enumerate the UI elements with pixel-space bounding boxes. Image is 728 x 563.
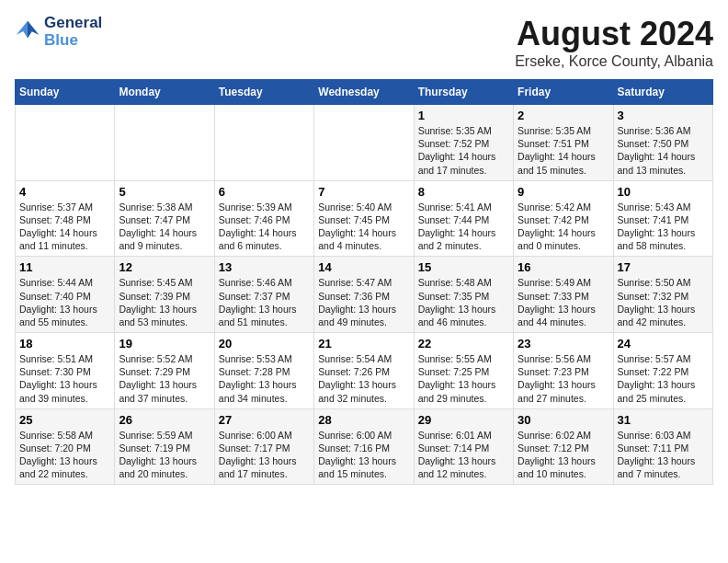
svg-marker-1 — [28, 21, 39, 39]
calendar-table: SundayMondayTuesdayWednesdayThursdayFrid… — [15, 79, 713, 485]
cell-sun-info: Sunrise: 5:45 AM Sunset: 7:39 PM Dayligh… — [119, 276, 210, 328]
cell-sun-info: Sunrise: 6:00 AM Sunset: 7:17 PM Dayligh… — [219, 429, 310, 481]
cell-sun-info: Sunrise: 5:55 AM Sunset: 7:25 PM Dayligh… — [418, 352, 509, 405]
day-number: 13 — [219, 260, 310, 274]
cell-sun-info: Sunrise: 5:58 AM Sunset: 7:20 PM Dayligh… — [19, 429, 110, 481]
logo: General Blue — [15, 15, 102, 49]
cell-sun-info: Sunrise: 5:49 AM Sunset: 7:33 PM Dayligh… — [518, 276, 609, 328]
cell-sun-info: Sunrise: 5:53 AM Sunset: 7:28 PM Dayligh… — [219, 352, 310, 405]
cell-sun-info: Sunrise: 5:50 AM Sunset: 7:32 PM Dayligh… — [618, 276, 709, 328]
day-number: 11 — [19, 260, 110, 274]
header-thursday: Thursday — [414, 80, 513, 105]
day-number: 18 — [19, 337, 110, 350]
page-header: General Blue August 2024 Erseke, Korce C… — [15, 15, 713, 70]
calendar-cell: 8Sunrise: 5:41 AM Sunset: 7:44 PM Daylig… — [414, 180, 513, 257]
calendar-cell: 3Sunrise: 5:36 AM Sunset: 7:50 PM Daylig… — [613, 105, 712, 181]
day-number: 31 — [618, 413, 709, 427]
day-number: 30 — [518, 413, 609, 427]
day-number: 12 — [119, 260, 210, 274]
header-tuesday: Tuesday — [214, 80, 313, 105]
header-sunday: Sunday — [16, 80, 115, 105]
day-number: 3 — [618, 109, 709, 122]
day-number: 20 — [219, 337, 310, 350]
cell-sun-info: Sunrise: 5:48 AM Sunset: 7:35 PM Dayligh… — [418, 276, 509, 328]
day-number: 23 — [518, 337, 609, 350]
day-number: 14 — [318, 260, 409, 274]
logo-line2: Blue — [44, 32, 102, 50]
day-number: 1 — [418, 109, 509, 122]
cell-sun-info: Sunrise: 5:51 AM Sunset: 7:30 PM Dayligh… — [19, 352, 110, 405]
calendar-cell: 22Sunrise: 5:55 AM Sunset: 7:25 PM Dayli… — [414, 333, 513, 409]
calendar-cell: 4Sunrise: 5:37 AM Sunset: 7:48 PM Daylig… — [16, 180, 115, 257]
header-wednesday: Wednesday — [314, 80, 414, 105]
day-number: 27 — [219, 413, 310, 427]
calendar-cell: 23Sunrise: 5:56 AM Sunset: 7:23 PM Dayli… — [514, 333, 613, 409]
header-monday: Monday — [115, 80, 214, 105]
logo-line1: General — [44, 15, 102, 32]
cell-sun-info: Sunrise: 5:41 AM Sunset: 7:44 PM Dayligh… — [418, 201, 509, 253]
day-number: 9 — [518, 185, 609, 199]
cell-sun-info: Sunrise: 5:57 AM Sunset: 7:22 PM Dayligh… — [618, 352, 709, 405]
calendar-cell: 25Sunrise: 5:58 AM Sunset: 7:20 PM Dayli… — [16, 408, 115, 485]
calendar-cell: 27Sunrise: 6:00 AM Sunset: 7:17 PM Dayli… — [214, 408, 313, 485]
day-number: 17 — [618, 260, 709, 274]
cell-sun-info: Sunrise: 5:54 AM Sunset: 7:26 PM Dayligh… — [318, 352, 409, 405]
day-number: 19 — [119, 337, 210, 350]
calendar-title-block: August 2024 Erseke, Korce County, Albani… — [515, 15, 713, 70]
cell-sun-info: Sunrise: 5:39 AM Sunset: 7:46 PM Dayligh… — [219, 201, 310, 253]
calendar-cell: 21Sunrise: 5:54 AM Sunset: 7:26 PM Dayli… — [314, 333, 414, 409]
cell-sun-info: Sunrise: 5:36 AM Sunset: 7:50 PM Dayligh… — [618, 124, 709, 177]
day-number: 24 — [618, 337, 709, 350]
calendar-cell: 13Sunrise: 5:46 AM Sunset: 7:37 PM Dayli… — [214, 257, 313, 333]
calendar-cell: 12Sunrise: 5:45 AM Sunset: 7:39 PM Dayli… — [115, 257, 214, 333]
calendar-cell: 29Sunrise: 6:01 AM Sunset: 7:14 PM Dayli… — [414, 408, 513, 485]
day-number: 7 — [318, 185, 409, 199]
calendar-cell: 15Sunrise: 5:48 AM Sunset: 7:35 PM Dayli… — [414, 257, 513, 333]
calendar-cell: 26Sunrise: 5:59 AM Sunset: 7:19 PM Dayli… — [115, 408, 214, 485]
calendar-cell: 18Sunrise: 5:51 AM Sunset: 7:30 PM Dayli… — [16, 333, 115, 409]
calendar-header-row: SundayMondayTuesdayWednesdayThursdayFrid… — [16, 80, 713, 105]
cell-sun-info: Sunrise: 6:02 AM Sunset: 7:12 PM Dayligh… — [518, 429, 609, 481]
cell-sun-info: Sunrise: 6:03 AM Sunset: 7:11 PM Dayligh… — [618, 429, 709, 481]
month-year-title: August 2024 — [515, 15, 713, 53]
cell-sun-info: Sunrise: 5:37 AM Sunset: 7:48 PM Dayligh… — [19, 201, 110, 253]
calendar-cell: 16Sunrise: 5:49 AM Sunset: 7:33 PM Dayli… — [514, 257, 613, 333]
calendar-cell: 5Sunrise: 5:38 AM Sunset: 7:47 PM Daylig… — [115, 180, 214, 257]
calendar-cell: 17Sunrise: 5:50 AM Sunset: 7:32 PM Dayli… — [613, 257, 712, 333]
cell-sun-info: Sunrise: 5:59 AM Sunset: 7:19 PM Dayligh… — [119, 429, 210, 481]
day-number: 6 — [219, 185, 310, 199]
calendar-week-row: 11Sunrise: 5:44 AM Sunset: 7:40 PM Dayli… — [16, 257, 713, 333]
calendar-week-row: 4Sunrise: 5:37 AM Sunset: 7:48 PM Daylig… — [16, 180, 713, 257]
logo-icon — [15, 19, 40, 45]
cell-sun-info: Sunrise: 5:52 AM Sunset: 7:29 PM Dayligh… — [119, 352, 210, 405]
day-number: 10 — [618, 185, 709, 199]
calendar-cell: 6Sunrise: 5:39 AM Sunset: 7:46 PM Daylig… — [214, 180, 313, 257]
calendar-cell: 28Sunrise: 6:00 AM Sunset: 7:16 PM Dayli… — [314, 408, 414, 485]
header-friday: Friday — [514, 80, 613, 105]
cell-sun-info: Sunrise: 5:46 AM Sunset: 7:37 PM Dayligh… — [219, 276, 310, 328]
day-number: 2 — [518, 109, 609, 122]
day-number: 16 — [518, 260, 609, 274]
cell-sun-info: Sunrise: 5:43 AM Sunset: 7:41 PM Dayligh… — [618, 201, 709, 253]
cell-sun-info: Sunrise: 5:35 AM Sunset: 7:51 PM Dayligh… — [518, 124, 609, 177]
cell-sun-info: Sunrise: 5:42 AM Sunset: 7:42 PM Dayligh… — [518, 201, 609, 253]
calendar-cell: 1Sunrise: 5:35 AM Sunset: 7:52 PM Daylig… — [414, 105, 513, 181]
day-number: 21 — [318, 337, 409, 350]
calendar-week-row: 25Sunrise: 5:58 AM Sunset: 7:20 PM Dayli… — [16, 408, 713, 485]
cell-sun-info: Sunrise: 5:44 AM Sunset: 7:40 PM Dayligh… — [19, 276, 110, 328]
calendar-cell: 10Sunrise: 5:43 AM Sunset: 7:41 PM Dayli… — [613, 180, 712, 257]
day-number: 4 — [19, 185, 110, 199]
cell-sun-info: Sunrise: 5:40 AM Sunset: 7:45 PM Dayligh… — [318, 201, 409, 253]
header-saturday: Saturday — [613, 80, 712, 105]
cell-sun-info: Sunrise: 6:00 AM Sunset: 7:16 PM Dayligh… — [318, 429, 409, 481]
day-number: 29 — [418, 413, 509, 427]
cell-sun-info: Sunrise: 5:35 AM Sunset: 7:52 PM Dayligh… — [418, 124, 509, 177]
calendar-cell: 9Sunrise: 5:42 AM Sunset: 7:42 PM Daylig… — [514, 180, 613, 257]
cell-sun-info: Sunrise: 5:56 AM Sunset: 7:23 PM Dayligh… — [518, 352, 609, 405]
day-number: 25 — [19, 413, 110, 427]
calendar-cell: 19Sunrise: 5:52 AM Sunset: 7:29 PM Dayli… — [115, 333, 214, 409]
day-number: 5 — [119, 185, 210, 199]
calendar-cell — [16, 105, 115, 181]
calendar-cell: 7Sunrise: 5:40 AM Sunset: 7:45 PM Daylig… — [314, 180, 414, 257]
calendar-cell: 24Sunrise: 5:57 AM Sunset: 7:22 PM Dayli… — [613, 333, 712, 409]
